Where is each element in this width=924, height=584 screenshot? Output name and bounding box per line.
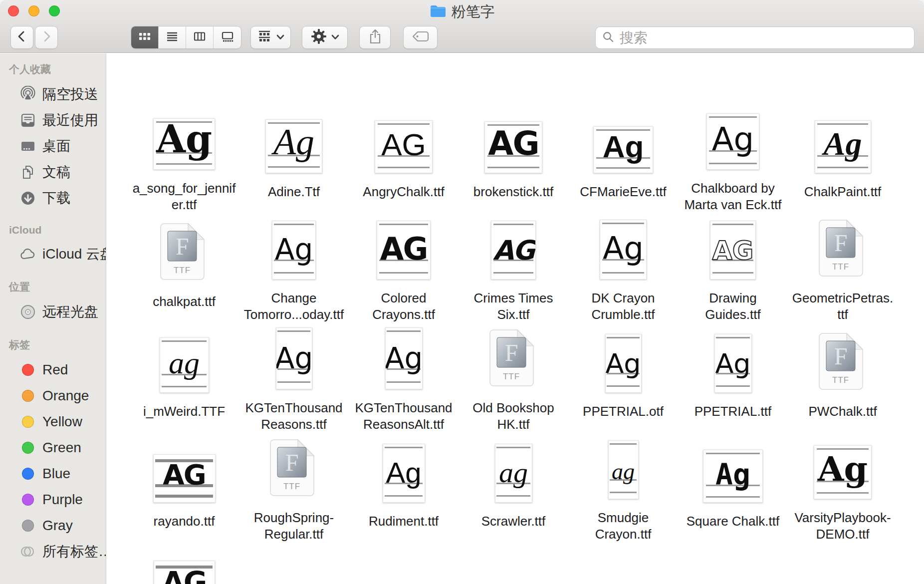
file-name-label: CFMarieEve.ttf [571, 184, 675, 200]
sidebar-item-label: 桌面 [42, 137, 70, 156]
file-item[interactable]: F TTF chalkpat.ttf [129, 213, 239, 323]
font-preview-glyph: Ag [275, 232, 313, 266]
share-button[interactable] [359, 26, 391, 49]
sidebar-item[interactable]: 隔空投送 [0, 81, 106, 107]
file-item[interactable]: AgChange Tomorro...oday.ttf [239, 213, 349, 323]
back-button[interactable] [10, 26, 33, 49]
sidebar-item-label: 最近使用 [42, 111, 98, 130]
file-item[interactable]: AGrayando.ttf [129, 433, 239, 543]
file-item[interactable]: AGbrokenstick.ttf [459, 103, 568, 213]
ttf-document-icon: F TTF [819, 333, 867, 393]
guide-line [706, 453, 760, 454]
file-item[interactable]: AgAdine.Ttf [239, 103, 349, 213]
sidebar-section-header: iCloud [9, 224, 106, 236]
file-icon-slot: F TTF [788, 213, 898, 280]
svg-text:TTF: TTF [503, 372, 520, 381]
sidebar-item[interactable]: 所有标签… [0, 539, 106, 565]
file-item[interactable]: AgCFMarieEve.ttf [568, 103, 678, 213]
file-name-label: KGTenThousandReasons.ttf [242, 400, 346, 433]
file-item[interactable]: AgKGTenThousandReasons.ttf [239, 323, 349, 433]
sidebar-item[interactable]: 文稿 [0, 159, 106, 185]
file-icon-slot: AG [678, 213, 788, 280]
gallery-view-button[interactable] [214, 26, 241, 48]
file-item[interactable]: AgSquare Chalk.ttf [678, 433, 788, 543]
search-input[interactable] [619, 29, 908, 46]
sidebar-item[interactable]: 远程光盘 [0, 299, 106, 325]
file-name-label: Change Tomorro...oday.ttf [242, 290, 346, 323]
file-item[interactable]: F TTF GeometricPetras.ttf [788, 213, 898, 323]
sidebar-item[interactable]: Orange [0, 383, 106, 409]
sidebar-item[interactable]: Purple [0, 487, 106, 513]
ttf-document-icon: F TTF [160, 223, 208, 283]
guide-line [706, 496, 760, 498]
file-item[interactable]: Aga_song_for_jennifer.ttf [129, 103, 239, 213]
file-item[interactable]: agi_mWeird.TTF [129, 323, 239, 433]
font-preview-icon: ag [160, 337, 209, 393]
sidebar-item[interactable]: Blue [0, 461, 106, 487]
file-name-label: KGTenThousandReasonsAlt.ttf [352, 400, 456, 433]
ttf-document-icon: F TTF [489, 329, 537, 389]
actions-button[interactable] [302, 26, 348, 49]
icon-view-button[interactable] [131, 26, 159, 48]
sidebar-item[interactable]: 最近使用 [0, 107, 106, 133]
guide-line [268, 166, 319, 168]
column-view-button[interactable] [186, 26, 214, 48]
folder-icon [430, 4, 447, 20]
file-item[interactable]: F TTF RoughSpring-Regular.ttf [239, 433, 349, 543]
group-by-button[interactable] [250, 26, 291, 49]
font-preview-icon: Ag [593, 126, 653, 173]
file-icon-slot: Ag [349, 323, 459, 389]
sidebar-item-label: iCloud 云盘 [42, 245, 106, 264]
file-name-label: Chalkboard by Marta van Eck.ttf [681, 180, 785, 213]
file-item[interactable]: AgChalkPaint.ttf [788, 103, 898, 213]
file-item[interactable]: AgChalkboard by Marta van Eck.ttf [678, 103, 788, 213]
sidebar-item[interactable]: Yellow [0, 409, 106, 435]
file-name-label: i_mWeird.TTF [132, 403, 236, 420]
sidebar: 个人收藏 隔空投送 最近使用 桌面 文稿 下载iCloud iCloud 云盘位… [0, 53, 106, 584]
sidebar-item[interactable]: 下载 [0, 185, 106, 211]
recents-icon [19, 111, 37, 129]
file-icon-slot: ag [568, 433, 678, 499]
font-preview-icon: AG [491, 221, 536, 280]
tag-button[interactable] [403, 26, 438, 49]
sidebar-item-label: Blue [42, 466, 70, 482]
file-name-label: AngryChalk.ttf [352, 184, 456, 200]
file-icon-slot: Ag [129, 103, 239, 170]
file-icon-slot: ag [459, 433, 568, 503]
guide-line [387, 330, 420, 332]
documents-icon [19, 163, 37, 181]
sidebar-item[interactable]: Red [0, 357, 106, 383]
list-view-button[interactable] [159, 26, 186, 48]
svg-text:F: F [505, 339, 518, 366]
file-item[interactable]: F TTF PWChalk.ttf [788, 323, 898, 433]
file-item[interactable]: AGDrawing Guides.ttf [678, 213, 788, 323]
file-item[interactable]: AgKGTenThousandReasonsAlt.ttf [349, 323, 459, 433]
file-item[interactable]: AgRudiment.ttf [349, 433, 459, 543]
sidebar-item[interactable]: iCloud 云盘 [0, 241, 106, 267]
sidebar-item[interactable]: Green [0, 435, 106, 461]
sidebar-item-label: 下载 [42, 189, 70, 208]
font-preview-icon: AG [154, 561, 215, 584]
downloads-icon [19, 189, 37, 207]
guide-line [712, 224, 754, 225]
file-item[interactable]: AGCrimes Times Six.ttf [459, 213, 568, 323]
file-item[interactable]: AgVarsityPlaybook-DEMO.ttf [788, 433, 898, 543]
file-item[interactable]: AgDK Crayon Crumble.ttf [568, 213, 678, 323]
font-preview-glyph: Ag [385, 341, 423, 375]
font-preview-glyph: AG [163, 458, 205, 491]
file-name-label: rayando.ttf [132, 513, 236, 530]
file-name-label: RoughSpring-Regular.ttf [242, 510, 346, 543]
sidebar-item[interactable]: Gray [0, 513, 106, 539]
forward-button[interactable] [35, 26, 58, 49]
sidebar-item[interactable]: 桌面 [0, 133, 106, 159]
file-item[interactable]: agScrawler.ttf [459, 433, 568, 543]
file-item[interactable]: agSmudgie Crayon.ttf [568, 433, 678, 543]
file-item[interactable]: AgPPETRIAL.otf [568, 323, 678, 433]
file-item[interactable]: F TTF Old Bookshop HK.ttf [459, 323, 568, 433]
file-item[interactable]: AGAngryChalk.ttf [349, 103, 459, 213]
file-name-label: Drawing Guides.ttf [681, 290, 785, 323]
file-icon-slot: Ag [568, 323, 678, 393]
file-item[interactable]: AgPPETRIAL.ttf [678, 323, 788, 433]
file-item[interactable]: AGVTKS ANIMAL.ttf [129, 543, 239, 584]
file-item[interactable]: AGColored Crayons.ttf [349, 213, 459, 323]
